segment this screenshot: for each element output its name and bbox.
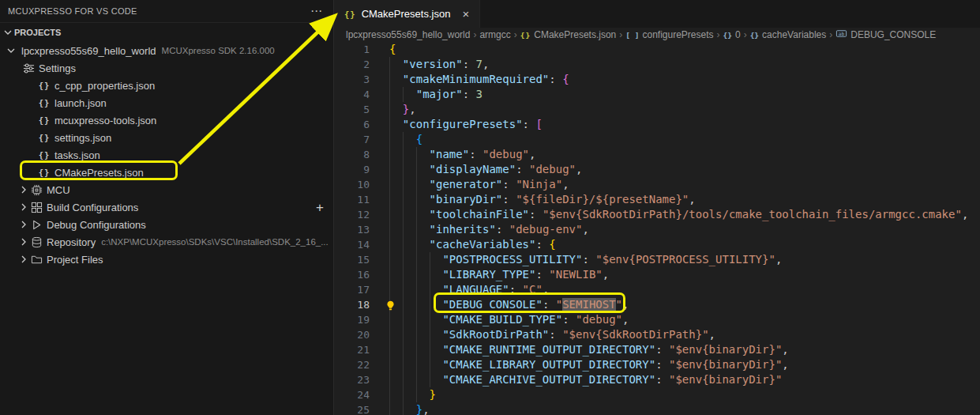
- breadcrumb-label: CMakePresets.json: [534, 29, 616, 40]
- lightbulb-icon[interactable]: [385, 300, 396, 315]
- code-line-18[interactable]: 18 "DEBUG_CONSOLE": "SEMIHOST",: [335, 297, 980, 312]
- breadcrumb-item-cmakepresets-json[interactable]: {}CMakePresets.json: [520, 29, 617, 40]
- sidebar-item-file-mcuxpresso-tools-json[interactable]: {}mcuxpresso-tools.json: [0, 111, 333, 129]
- breadcrumb-item-lpcxpresso55s69-hello-world[interactable]: lpcxpresso55s69_hello_world: [346, 29, 470, 40]
- code-line-23[interactable]: 23 "CMAKE_ARCHIVE_OUTPUT_DIRECTORY": "$e…: [335, 372, 980, 387]
- sidebar-item-build-configurations[interactable]: Build Configurations+: [0, 198, 333, 216]
- sidebar-title-row: MCUXPRESSO FOR VS CODE ⋯: [0, 0, 333, 22]
- code-line-17[interactable]: 17 "LANGUAGE": "C",: [335, 282, 980, 297]
- line-text: "cmakeMinimumRequired": {: [389, 72, 569, 87]
- tree-item-label: CMakePresets.json: [54, 167, 144, 179]
- code-line-9[interactable]: 9 "displayName": "debug",: [335, 162, 980, 177]
- tree-item-label: Repository: [47, 236, 96, 248]
- code-editor[interactable]: 1{2 "version": 7,3 "cmakeMinimumRequired…: [335, 42, 980, 415]
- mcuxpresso-sidebar: MCUXPRESSO FOR VS CODE ⋯ PROJECTS lpcxpr…: [0, 0, 334, 415]
- line-number: 23: [335, 372, 370, 387]
- line-number: 3: [335, 72, 370, 87]
- breadcrumb-item-debug-console[interactable]: abDEBUG_CONSOLE: [835, 28, 936, 42]
- code-line-6[interactable]: 6 "configurePresets": [: [335, 117, 980, 132]
- code-line-3[interactable]: 3 "cmakeMinimumRequired": {: [335, 72, 980, 87]
- sidebar-item-file-c-cpp-properties-json[interactable]: {}c_cpp_properties.json: [0, 77, 333, 94]
- chevron-right-icon: [17, 201, 30, 213]
- tree-item-label: Project Files: [47, 254, 103, 266]
- settings-sliders-icon: [22, 62, 35, 74]
- line-text: "configurePresets": [: [389, 117, 543, 132]
- sidebar-item-file-cmakepresets-json[interactable]: {}CMakePresets.json: [0, 164, 333, 181]
- sidebar-item-repository[interactable]: Repositoryc:\NXP\MCUXpresso\SDKs\VSC\Ins…: [0, 233, 333, 251]
- line-number: 18: [335, 297, 370, 312]
- projects-section-header[interactable]: PROJECTS: [0, 22, 333, 42]
- sidebar-item-project-root[interactable]: lpcxpresso55s69_hello_worldMCUXpresso SD…: [0, 42, 333, 59]
- chevron-right-icon: [17, 236, 30, 248]
- tree-item-label: Settings: [39, 62, 76, 74]
- code-line-4[interactable]: 4 "major": 3: [335, 87, 980, 102]
- sidebar-item-debug-configurations[interactable]: Debug Configurations: [0, 216, 333, 233]
- code-line-22[interactable]: 22 "CMAKE_LIBRARY_OUTPUT_DIRECTORY": "$e…: [335, 357, 980, 372]
- code-line-25[interactable]: 25 },: [335, 402, 980, 415]
- breadcrumb-item-cachevariables[interactable]: {}cacheVariables: [750, 29, 827, 40]
- code-line-20[interactable]: 20 "SdkRootDirPath": "$env{SdkRootDirPat…: [335, 327, 980, 342]
- tree-item-label: lpcxpresso55s69_hello_world: [21, 45, 156, 57]
- tab-cmakepresets-json[interactable]: {} CMakePresets.json ×: [335, 0, 480, 28]
- breadcrumb-item-configurepresets[interactable]: [ ]configurePresets: [625, 29, 713, 40]
- line-number: 24: [335, 387, 370, 402]
- code-line-7[interactable]: 7 {: [335, 132, 980, 147]
- sidebar-title: MCUXPRESSO FOR VS CODE: [8, 6, 137, 16]
- code-line-14[interactable]: 14 "cacheVariables": {: [335, 237, 980, 252]
- breadcrumb-item-armgcc[interactable]: armgcc: [479, 29, 510, 40]
- sidebar-item-settings-folder[interactable]: Settings: [0, 59, 333, 77]
- line-number: 11: [335, 192, 370, 207]
- code-line-11[interactable]: 11 "binaryDir": "${fileDir}/${presetName…: [335, 192, 980, 207]
- sidebar-item-file-settings-json[interactable]: {}settings.json: [0, 129, 333, 146]
- line-number: 2: [335, 57, 370, 72]
- code-line-24[interactable]: 24 }: [335, 387, 980, 402]
- symbol-object-icon: {}: [723, 29, 732, 40]
- code-line-1[interactable]: 1{: [335, 42, 980, 57]
- breadcrumb-separator-icon: ›: [473, 29, 476, 40]
- sidebar-item-file-launch-json[interactable]: {}launch.json: [0, 94, 333, 111]
- breadcrumb-separator-icon: ›: [514, 29, 517, 40]
- add-build-configuration-icon[interactable]: +: [316, 201, 324, 214]
- code-line-19[interactable]: 19 "CMAKE_BUILD_TYPE": "debug",: [335, 312, 980, 327]
- svg-text:ab: ab: [839, 31, 845, 36]
- sidebar-item-mcu[interactable]: MCU: [0, 181, 333, 198]
- code-line-10[interactable]: 10 "generator": "Ninja",: [335, 177, 980, 192]
- line-number: 10: [335, 177, 370, 192]
- code-line-16[interactable]: 16 "LIBRARY_TYPE": "NEWLIB",: [335, 267, 980, 282]
- line-text: "version": 7,: [389, 57, 489, 72]
- code-line-12[interactable]: 12 "toolchainFile": "$env{SdkRootDirPath…: [335, 207, 980, 222]
- more-actions-icon[interactable]: ⋯: [307, 4, 325, 18]
- code-line-5[interactable]: 5 },: [335, 102, 980, 117]
- tree-item-description: MCUXpresso SDK 2.16.000: [162, 46, 275, 55]
- line-number: 13: [335, 222, 370, 237]
- line-number: 16: [335, 267, 370, 282]
- line-text: "major": 3: [389, 87, 482, 102]
- line-text: "toolchainFile": "$env{SdkRootDirPath}/t…: [389, 207, 968, 222]
- debug-play-icon: [30, 218, 43, 231]
- line-text: "inherits": "debug-env",: [389, 222, 589, 237]
- close-tab-icon[interactable]: ×: [460, 7, 471, 21]
- line-text: {: [389, 132, 422, 147]
- breadcrumb: lpcxpresso55s69_hello_world›armgcc›{}CMa…: [335, 28, 980, 42]
- breadcrumb-item-0[interactable]: {}0: [723, 29, 741, 40]
- code-line-15[interactable]: 15 "POSTPROCESS_UTILITY": "$env{POSTPROC…: [335, 252, 980, 267]
- code-line-13[interactable]: 13 "inherits": "debug-env",: [335, 222, 980, 237]
- line-number: 1: [335, 42, 370, 57]
- chevron-right-icon: [17, 218, 30, 231]
- line-text: "LANGUAGE": "C",: [389, 282, 549, 297]
- sidebar-item-project-files[interactable]: Project Files: [0, 251, 333, 268]
- breadcrumb-separator-icon: ›: [744, 29, 747, 40]
- code-line-2[interactable]: 2 "version": 7,: [335, 57, 980, 72]
- line-text: "DEBUG_CONSOLE": "SEMIHOST",: [389, 297, 629, 312]
- code-line-21[interactable]: 21 "CMAKE_RUNTIME_OUTPUT_DIRECTORY": "$e…: [335, 342, 980, 357]
- tree-item-label: Debug Configurations: [47, 219, 146, 231]
- line-text: },: [389, 102, 416, 117]
- sidebar-item-file-tasks-json[interactable]: {}tasks.json: [0, 146, 333, 164]
- editor-group: {} CMakePresets.json × lpcxpresso55s69_h…: [335, 0, 980, 415]
- line-number: 8: [335, 147, 370, 162]
- symbol-array-icon: [ ]: [625, 29, 639, 40]
- line-number: 22: [335, 357, 370, 372]
- code-line-8[interactable]: 8 "name": "debug",: [335, 147, 980, 162]
- line-text: "SdkRootDirPath": "$env{SdkRootDirPath}"…: [389, 327, 715, 342]
- editor-tab-bar: {} CMakePresets.json ×: [335, 0, 980, 28]
